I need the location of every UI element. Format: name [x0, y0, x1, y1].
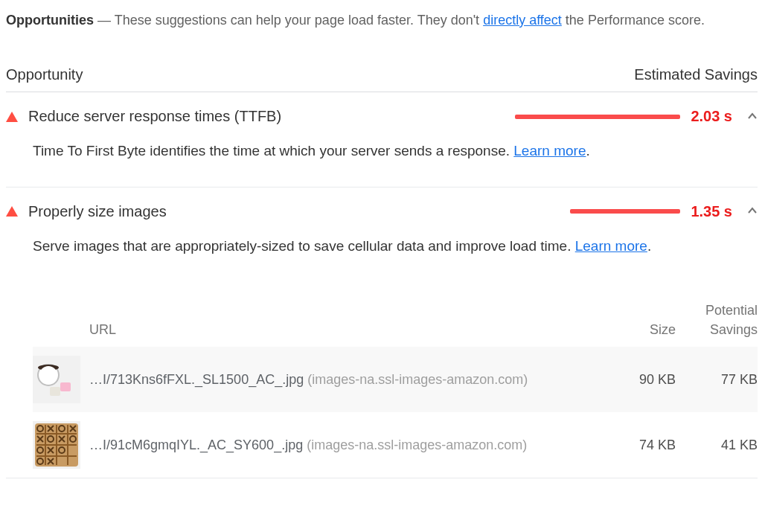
svg-point-4 [39, 366, 57, 384]
opportunity-description: Time To First Byte identifies the time a… [6, 141, 758, 187]
opportunities-heading: Opportunities [6, 13, 94, 28]
table-header-url: URL [89, 320, 613, 339]
image-thumbnail-icon [33, 421, 80, 469]
learn-more-link[interactable]: Learn more [513, 143, 586, 158]
table-row: …I/713Kns6fFXL._SL1500_AC_.jpg (images-n… [33, 347, 758, 412]
image-table: URL Size PotentialSavings …I/713Kns6fFXL… [6, 281, 758, 478]
learn-more-suffix: . [647, 238, 651, 254]
table-row: …I/91cM6gmqIYL._AC_SY600_.jpg (images-na… [33, 412, 758, 478]
url-domain: images-na.ssl-images-amazon.com [311, 438, 522, 452]
opportunity-description-text: Serve images that are appropriately-size… [33, 238, 575, 254]
table-header: URL Size PotentialSavings [33, 281, 758, 347]
opportunities-description-post: the Performance score. [566, 13, 705, 28]
url-path[interactable]: …I/91cM6gmqIYL._AC_SY600_.jpg [89, 438, 303, 452]
column-opportunity: Opportunity [6, 64, 83, 86]
triangle-up-icon [6, 112, 18, 122]
url-domain-post: ) [523, 372, 528, 387]
svg-marker-0 [6, 112, 18, 122]
svg-marker-1 [6, 206, 18, 217]
url-domain-post: ) [522, 438, 527, 452]
opportunity-title: Properly size images [28, 201, 167, 222]
image-thumbnail-icon [33, 356, 80, 403]
row-size: 90 KB [613, 370, 676, 389]
learn-more-suffix: . [586, 143, 589, 158]
row-potential: 77 KB [676, 370, 758, 389]
opportunity-description: Serve images that are appropriately-size… [6, 236, 758, 282]
url-domain-pre: ( [303, 438, 311, 452]
savings-value: 1.35 s [691, 201, 732, 222]
row-size: 74 KB [613, 435, 676, 455]
triangle-up-icon [6, 206, 18, 217]
column-savings: Estimated Savings [634, 64, 758, 86]
url-domain-pre: ( [304, 372, 312, 387]
opportunities-section-header: Opportunities — These suggestions can he… [6, 4, 758, 48]
url-domain: images-na.ssl-images-amazon.com [312, 372, 523, 387]
opportunity-description-text: Time To First Byte identifies the time a… [33, 143, 513, 158]
opportunity-images: Properly size images 1.35 s Serve images… [6, 188, 758, 479]
opportunities-description-pre: — These suggestions can help your page l… [97, 13, 483, 28]
opportunities-columns: Opportunity Estimated Savings [6, 48, 758, 92]
url-path[interactable]: …I/713Kns6fFXL._SL1500_AC_.jpg [89, 372, 304, 387]
directly-affect-link[interactable]: directly affect [483, 13, 562, 28]
row-potential: 41 KB [676, 435, 758, 455]
opportunity-title: Reduce server response times (TTFB) [28, 106, 281, 127]
opportunity-header[interactable]: Reduce server response times (TTFB) 2.03… [6, 92, 758, 141]
table-header-potential: PotentialSavings [676, 301, 758, 339]
chevron-up-icon [743, 107, 758, 126]
table-header-size: Size [613, 320, 676, 339]
learn-more-link[interactable]: Learn more [575, 238, 647, 254]
savings-value: 2.03 s [691, 106, 732, 127]
chevron-up-icon [743, 202, 758, 221]
savings-bar [515, 115, 680, 119]
svg-rect-5 [60, 382, 71, 391]
svg-rect-6 [50, 387, 60, 396]
opportunity-header[interactable]: Properly size images 1.35 s [6, 188, 758, 236]
opportunity-ttfb: Reduce server response times (TTFB) 2.03… [6, 92, 758, 188]
savings-bar [570, 209, 680, 214]
